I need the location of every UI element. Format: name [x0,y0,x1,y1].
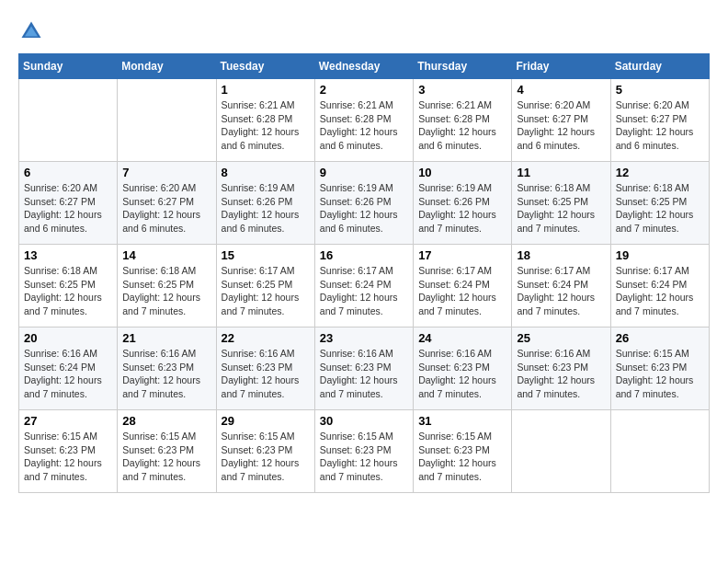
calendar-week-5: 27Sunrise: 6:15 AMSunset: 6:23 PMDayligh… [19,410,710,493]
calendar-cell: 22Sunrise: 6:16 AMSunset: 6:23 PMDayligh… [216,327,314,410]
logo [18,18,48,44]
calendar-cell [19,79,118,162]
day-header-friday: Friday [512,54,610,79]
day-info: Sunrise: 6:17 AMSunset: 6:24 PMDaylight:… [517,264,605,318]
day-info: Sunrise: 6:20 AMSunset: 6:27 PMDaylight:… [122,181,210,236]
calendar-week-2: 6Sunrise: 6:20 AMSunset: 6:27 PMDaylight… [19,162,710,245]
day-header-wednesday: Wednesday [314,54,413,79]
calendar-table: SundayMondayTuesdayWednesdayThursdayFrid… [18,53,710,493]
day-header-thursday: Thursday [414,54,512,79]
day-info: Sunrise: 6:18 AMSunset: 6:25 PMDaylight:… [24,264,112,318]
calendar-cell: 1Sunrise: 6:21 AMSunset: 6:28 PMDaylight… [216,79,314,162]
day-info: Sunrise: 6:21 AMSunset: 6:28 PMDaylight:… [418,98,506,153]
calendar-cell: 10Sunrise: 6:19 AMSunset: 6:26 PMDayligh… [414,162,512,245]
day-header-tuesday: Tuesday [216,54,314,79]
day-info: Sunrise: 6:19 AMSunset: 6:26 PMDaylight:… [320,181,408,236]
day-number: 4 [517,83,605,97]
day-number: 22 [222,331,310,345]
day-info: Sunrise: 6:17 AMSunset: 6:24 PMDaylight:… [616,264,704,318]
day-number: 23 [320,331,408,345]
day-info: Sunrise: 6:16 AMSunset: 6:23 PMDaylight:… [418,347,506,401]
day-number: 1 [222,83,310,97]
calendar-cell: 23Sunrise: 6:16 AMSunset: 6:23 PMDayligh… [314,327,413,410]
calendar-cell: 25Sunrise: 6:16 AMSunset: 6:23 PMDayligh… [512,327,610,410]
day-number: 17 [418,248,506,262]
day-info: Sunrise: 6:19 AMSunset: 6:26 PMDaylight:… [222,181,310,236]
day-number: 30 [320,414,408,428]
day-number: 29 [222,414,310,428]
day-number: 14 [122,248,210,262]
day-number: 9 [320,166,408,179]
day-info: Sunrise: 6:19 AMSunset: 6:26 PMDaylight:… [418,181,506,236]
day-info: Sunrise: 6:16 AMSunset: 6:23 PMDaylight:… [320,347,408,401]
day-info: Sunrise: 6:15 AMSunset: 6:23 PMDaylight:… [320,430,408,484]
calendar-cell: 6Sunrise: 6:20 AMSunset: 6:27 PMDaylight… [19,162,118,245]
day-number: 7 [122,166,210,179]
day-info: Sunrise: 6:17 AMSunset: 6:24 PMDaylight:… [418,264,506,318]
calendar-cell: 19Sunrise: 6:17 AMSunset: 6:24 PMDayligh… [610,245,709,327]
day-header-saturday: Saturday [610,54,709,79]
page-header [18,18,710,44]
calendar-cell [610,410,709,493]
day-number: 24 [418,331,506,345]
calendar-cell: 28Sunrise: 6:15 AMSunset: 6:23 PMDayligh… [118,410,216,493]
day-header-monday: Monday [118,54,216,79]
day-header-sunday: Sunday [19,54,118,79]
calendar-cell: 2Sunrise: 6:21 AMSunset: 6:28 PMDaylight… [314,79,413,162]
day-info: Sunrise: 6:16 AMSunset: 6:23 PMDaylight:… [517,347,605,401]
day-number: 5 [616,83,704,97]
calendar-cell: 11Sunrise: 6:18 AMSunset: 6:25 PMDayligh… [512,162,610,245]
day-info: Sunrise: 6:15 AMSunset: 6:23 PMDaylight:… [616,347,704,401]
day-info: Sunrise: 6:18 AMSunset: 6:25 PMDaylight:… [517,181,605,236]
day-number: 15 [222,248,310,262]
day-number: 16 [320,248,408,262]
day-number: 27 [24,414,112,428]
calendar-cell [118,79,216,162]
calendar-cell: 9Sunrise: 6:19 AMSunset: 6:26 PMDaylight… [314,162,413,245]
calendar-cell: 26Sunrise: 6:15 AMSunset: 6:23 PMDayligh… [610,327,709,410]
day-number: 3 [418,83,506,97]
calendar-cell: 4Sunrise: 6:20 AMSunset: 6:27 PMDaylight… [512,79,610,162]
day-info: Sunrise: 6:16 AMSunset: 6:24 PMDaylight:… [24,347,112,401]
day-number: 26 [616,331,704,345]
day-number: 6 [24,166,112,179]
day-info: Sunrise: 6:17 AMSunset: 6:25 PMDaylight:… [222,264,310,318]
calendar-cell: 21Sunrise: 6:16 AMSunset: 6:23 PMDayligh… [118,327,216,410]
day-info: Sunrise: 6:18 AMSunset: 6:25 PMDaylight:… [616,181,704,236]
calendar-cell: 27Sunrise: 6:15 AMSunset: 6:23 PMDayligh… [19,410,118,493]
day-info: Sunrise: 6:16 AMSunset: 6:23 PMDaylight:… [122,347,210,401]
calendar-cell: 29Sunrise: 6:15 AMSunset: 6:23 PMDayligh… [216,410,314,493]
calendar-cell: 15Sunrise: 6:17 AMSunset: 6:25 PMDayligh… [216,245,314,327]
calendar-cell: 18Sunrise: 6:17 AMSunset: 6:24 PMDayligh… [512,245,610,327]
calendar-cell: 12Sunrise: 6:18 AMSunset: 6:25 PMDayligh… [610,162,709,245]
day-info: Sunrise: 6:21 AMSunset: 6:28 PMDaylight:… [222,98,310,153]
day-info: Sunrise: 6:15 AMSunset: 6:23 PMDaylight:… [24,430,112,484]
calendar-cell: 30Sunrise: 6:15 AMSunset: 6:23 PMDayligh… [314,410,413,493]
calendar-week-3: 13Sunrise: 6:18 AMSunset: 6:25 PMDayligh… [19,245,710,327]
day-number: 28 [122,414,210,428]
day-info: Sunrise: 6:15 AMSunset: 6:23 PMDaylight:… [122,430,210,484]
day-number: 18 [517,248,605,262]
calendar-cell: 7Sunrise: 6:20 AMSunset: 6:27 PMDaylight… [118,162,216,245]
calendar-cell: 20Sunrise: 6:16 AMSunset: 6:24 PMDayligh… [19,327,118,410]
day-info: Sunrise: 6:21 AMSunset: 6:28 PMDaylight:… [320,98,408,153]
day-info: Sunrise: 6:20 AMSunset: 6:27 PMDaylight:… [24,181,112,236]
calendar-cell: 16Sunrise: 6:17 AMSunset: 6:24 PMDayligh… [314,245,413,327]
day-number: 10 [418,166,506,179]
calendar-cell: 14Sunrise: 6:18 AMSunset: 6:25 PMDayligh… [118,245,216,327]
calendar-week-1: 1Sunrise: 6:21 AMSunset: 6:28 PMDaylight… [19,79,710,162]
day-number: 2 [320,83,408,97]
day-info: Sunrise: 6:16 AMSunset: 6:23 PMDaylight:… [222,347,310,401]
day-info: Sunrise: 6:15 AMSunset: 6:23 PMDaylight:… [418,430,506,484]
day-number: 8 [222,166,310,179]
day-number: 20 [24,331,112,345]
calendar-cell: 13Sunrise: 6:18 AMSunset: 6:25 PMDayligh… [19,245,118,327]
day-info: Sunrise: 6:20 AMSunset: 6:27 PMDaylight:… [616,98,704,153]
logo-icon [18,18,44,44]
calendar-week-4: 20Sunrise: 6:16 AMSunset: 6:24 PMDayligh… [19,327,710,410]
day-number: 12 [616,166,704,179]
calendar-header-row: SundayMondayTuesdayWednesdayThursdayFrid… [19,54,710,79]
day-number: 13 [24,248,112,262]
day-number: 19 [616,248,704,262]
calendar-cell: 31Sunrise: 6:15 AMSunset: 6:23 PMDayligh… [414,410,512,493]
